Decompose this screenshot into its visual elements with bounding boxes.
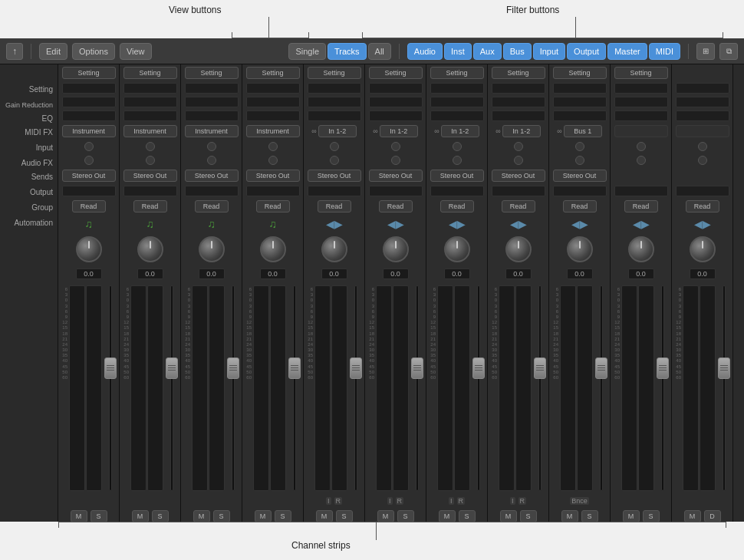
setting-slot-7[interactable]: Setting	[492, 67, 545, 79]
solo-button-7[interactable]: S	[520, 510, 537, 522]
fader-handle-4[interactable]	[350, 357, 362, 379]
mute-button-6[interactable]: M	[439, 510, 456, 522]
fader-handle-9[interactable]	[657, 357, 669, 379]
setting-slot-6[interactable]: Setting	[430, 67, 484, 79]
solo-button-6[interactable]: S	[459, 510, 476, 522]
input-slot-0[interactable]: Instrument	[62, 125, 116, 137]
setting-slot-2[interactable]: Setting	[185, 67, 239, 79]
automation-button-6[interactable]: Read	[440, 200, 474, 212]
pan-knob-2[interactable]	[199, 236, 225, 262]
output-slot-8[interactable]: Stereo Out	[553, 170, 607, 182]
input-slot-6[interactable]: In 1-2	[441, 125, 479, 137]
output-slot-1[interactable]: Stereo Out	[123, 170, 177, 182]
audio-filter-button[interactable]: Audio	[407, 43, 443, 60]
fader-handle-7[interactable]	[534, 357, 546, 379]
pan-knob-7[interactable]	[505, 236, 532, 262]
output-slot-7[interactable]: Stereo Out	[492, 170, 545, 182]
setting-slot-0[interactable]: Setting	[62, 67, 116, 79]
automation-button-9[interactable]: Read	[624, 200, 658, 212]
fader-handle-2[interactable]	[227, 357, 239, 379]
setting-slot-4[interactable]: Setting	[308, 67, 361, 79]
solo-button-10[interactable]: D	[704, 510, 721, 522]
mute-button-0[interactable]: M	[71, 510, 87, 522]
pan-knob-6[interactable]	[444, 236, 470, 262]
input-slot-4[interactable]: In 1-2	[318, 125, 357, 137]
output-slot-2[interactable]: Stereo Out	[185, 170, 239, 182]
all-view-button[interactable]: All	[368, 43, 391, 60]
output-slot-4[interactable]: Stereo Out	[308, 170, 361, 182]
automation-button-7[interactable]: Read	[502, 200, 535, 212]
mute-button-1[interactable]: M	[132, 510, 149, 522]
grid-layout-button[interactable]: ⊞	[696, 43, 715, 60]
output-slot-6[interactable]: Stereo Out	[430, 170, 484, 182]
mute-button-2[interactable]: M	[193, 510, 210, 522]
midi-filter-button[interactable]: MIDI	[649, 43, 680, 60]
tracks-view-button[interactable]: Tracks	[328, 43, 367, 60]
input-filter-button[interactable]: Input	[533, 43, 565, 60]
pan-knob-9[interactable]	[628, 236, 654, 262]
mute-button-3[interactable]: M	[255, 510, 272, 522]
automation-button-3[interactable]: Read	[256, 200, 290, 212]
aux-filter-button[interactable]: Aux	[473, 43, 502, 60]
input-slot-7[interactable]: In 1-2	[502, 125, 541, 137]
output-slot-3[interactable]: Stereo Out	[246, 170, 300, 182]
output-filter-button[interactable]: Output	[567, 43, 606, 60]
automation-button-8[interactable]: Read	[563, 200, 597, 212]
setting-slot-1[interactable]: Setting	[123, 67, 177, 79]
edit-button[interactable]: Edit	[39, 43, 67, 60]
pan-knob-4[interactable]	[321, 236, 347, 262]
mute-button-10[interactable]: M	[684, 510, 701, 522]
fader-handle-0[interactable]	[104, 357, 117, 379]
automation-button-5[interactable]: Read	[379, 200, 413, 212]
fader-handle-5[interactable]	[411, 357, 423, 379]
solo-button-4[interactable]: S	[336, 510, 353, 522]
input-slot-3[interactable]: Instrument	[246, 125, 300, 137]
output-slot-5[interactable]: Stereo Out	[369, 170, 423, 182]
fader-handle-6[interactable]	[472, 357, 485, 379]
output-slot-0[interactable]: Stereo Out	[62, 170, 116, 182]
mute-button-7[interactable]: M	[500, 510, 517, 522]
single-view-button[interactable]: Single	[288, 43, 326, 60]
solo-button-8[interactable]: S	[581, 510, 598, 522]
inst-filter-button[interactable]: Inst	[444, 43, 472, 60]
split-layout-button[interactable]: ⧉	[719, 43, 738, 60]
pan-knob-3[interactable]	[260, 236, 286, 262]
solo-button-5[interactable]: S	[397, 510, 414, 522]
automation-button-4[interactable]: Read	[318, 200, 351, 212]
mute-button-4[interactable]: M	[316, 510, 333, 522]
setting-slot-8[interactable]: Setting	[553, 67, 607, 79]
view-button[interactable]: View	[120, 43, 152, 60]
pan-knob-10[interactable]	[690, 236, 716, 262]
mute-button-9[interactable]: M	[623, 510, 640, 522]
automation-button-10[interactable]: Read	[686, 200, 719, 212]
input-slot-1[interactable]: Instrument	[123, 125, 177, 137]
bus-filter-button[interactable]: Bus	[503, 43, 532, 60]
solo-button-1[interactable]: S	[152, 510, 169, 522]
solo-button-2[interactable]: S	[213, 510, 230, 522]
input-slot-8[interactable]: Bus 1	[564, 125, 602, 137]
pan-knob-8[interactable]	[567, 236, 593, 262]
up-button[interactable]: ↑	[6, 43, 23, 60]
fader-handle-10[interactable]	[718, 357, 730, 379]
pan-knob-0[interactable]	[76, 236, 102, 262]
master-filter-button[interactable]: Master	[607, 43, 647, 60]
fader-handle-1[interactable]	[166, 357, 178, 379]
mute-button-5[interactable]: M	[377, 510, 394, 522]
options-button[interactable]: Options	[72, 43, 115, 60]
pan-knob-5[interactable]	[383, 236, 409, 262]
solo-button-9[interactable]: S	[643, 510, 660, 522]
input-slot-5[interactable]: In 1-2	[380, 125, 418, 137]
fader-handle-8[interactable]	[595, 357, 607, 379]
automation-button-1[interactable]: Read	[133, 200, 167, 212]
fader-handle-3[interactable]	[288, 357, 301, 379]
pan-knob-1[interactable]	[137, 236, 163, 262]
setting-slot-9[interactable]: Setting	[614, 67, 668, 79]
mute-button-8[interactable]: M	[561, 510, 578, 522]
solo-button-0[interactable]: S	[91, 510, 107, 522]
solo-button-3[interactable]: S	[275, 510, 291, 522]
automation-button-0[interactable]: Read	[72, 200, 106, 212]
setting-slot-3[interactable]: Setting	[246, 67, 300, 79]
setting-slot-5[interactable]: Setting	[369, 67, 423, 79]
input-slot-2[interactable]: Instrument	[185, 125, 239, 137]
automation-button-2[interactable]: Read	[195, 200, 229, 212]
